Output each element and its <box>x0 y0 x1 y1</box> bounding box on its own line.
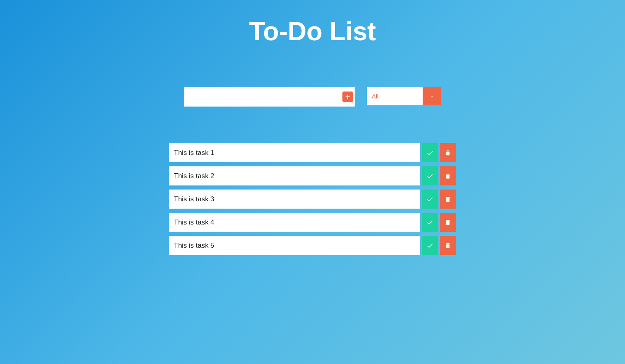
task-text: This is task 1 <box>169 143 420 162</box>
task-text: This is task 3 <box>169 190 420 209</box>
page-title: To-Do List <box>249 16 376 46</box>
complete-task-button[interactable] <box>422 213 438 232</box>
trash-icon <box>445 196 451 203</box>
check-icon <box>426 219 434 226</box>
filter-wrapper: All <box>367 87 441 105</box>
task-item: This is task 3 <box>169 190 456 209</box>
add-task-button[interactable] <box>342 92 353 102</box>
delete-task-button[interactable] <box>440 236 456 255</box>
task-item: This is task 1 <box>169 143 456 162</box>
task-list: This is task 1 This is task 2 This is ta… <box>169 143 456 255</box>
delete-task-button[interactable] <box>440 166 456 185</box>
input-wrapper <box>184 87 355 107</box>
trash-icon <box>445 173 451 179</box>
trash-icon <box>445 150 451 156</box>
task-item: This is task 2 <box>169 166 456 185</box>
complete-task-button[interactable] <box>422 166 438 185</box>
complete-task-button[interactable] <box>422 190 438 209</box>
task-item: This is task 5 <box>169 236 456 255</box>
check-icon <box>426 196 434 203</box>
delete-task-button[interactable] <box>440 190 456 209</box>
trash-icon <box>445 219 451 226</box>
delete-task-button[interactable] <box>440 143 456 162</box>
controls-row: All <box>184 87 441 107</box>
complete-task-button[interactable] <box>422 143 438 162</box>
task-text: This is task 5 <box>169 236 420 255</box>
filter-arrow-icon <box>423 87 441 105</box>
plus-icon <box>342 92 353 102</box>
check-icon <box>426 149 434 157</box>
task-text: This is task 4 <box>169 213 420 232</box>
task-text: This is task 2 <box>169 166 420 185</box>
delete-task-button[interactable] <box>440 213 456 232</box>
trash-icon <box>445 242 451 249</box>
task-item: This is task 4 <box>169 213 456 232</box>
check-icon <box>426 172 434 180</box>
check-icon <box>426 242 434 249</box>
filter-select[interactable]: All <box>367 87 423 105</box>
task-input[interactable] <box>184 87 355 107</box>
app-container: To-Do List All This is task 1 <box>0 0 625 255</box>
complete-task-button[interactable] <box>422 236 438 255</box>
